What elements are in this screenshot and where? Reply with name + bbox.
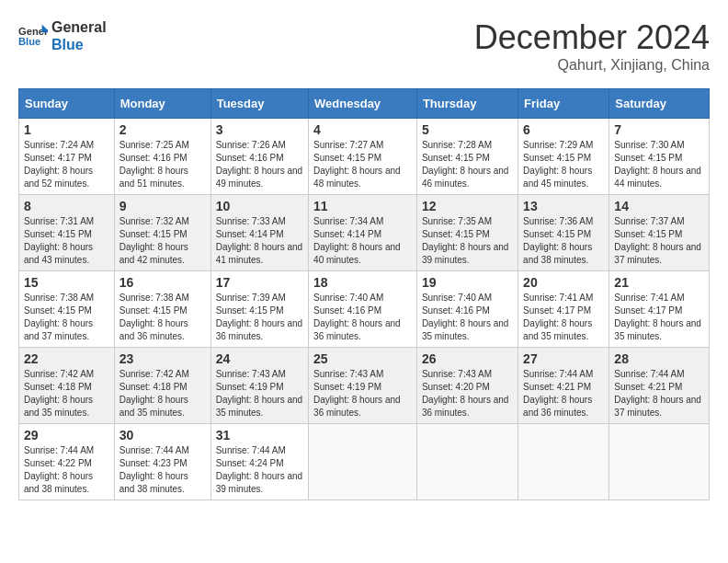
day-cell: 21 Sunrise: 7:41 AM Sunset: 4:17 PM Dayl… xyxy=(609,271,710,348)
day-cell xyxy=(518,424,609,500)
day-number: 24 xyxy=(216,351,303,366)
header-friday: Friday xyxy=(518,89,609,119)
day-cell: 9 Sunrise: 7:32 AM Sunset: 4:15 PM Dayli… xyxy=(114,195,210,271)
day-cell xyxy=(416,424,518,500)
day-number: 26 xyxy=(422,351,513,366)
day-cell: 3 Sunrise: 7:26 AM Sunset: 4:16 PM Dayli… xyxy=(210,119,308,195)
week-row-4: 22 Sunrise: 7:42 AM Sunset: 4:18 PM Dayl… xyxy=(19,348,710,424)
day-cell: 22 Sunrise: 7:42 AM Sunset: 4:18 PM Dayl… xyxy=(19,348,115,424)
day-info: Sunrise: 7:44 AM Sunset: 4:21 PM Dayligh… xyxy=(614,368,704,419)
day-info: Sunrise: 7:44 AM Sunset: 4:24 PM Dayligh… xyxy=(216,444,303,496)
day-cell xyxy=(309,424,417,500)
day-cell: 14 Sunrise: 7:37 AM Sunset: 4:15 PM Dayl… xyxy=(609,195,710,271)
day-number: 4 xyxy=(313,122,412,137)
day-number: 28 xyxy=(614,351,704,366)
logo: General Blue General Blue xyxy=(18,18,107,53)
location: Qahurt, Xinjiang, China xyxy=(474,57,710,74)
day-info: Sunrise: 7:41 AM Sunset: 4:17 PM Dayligh… xyxy=(614,292,704,343)
day-number: 31 xyxy=(216,428,303,442)
day-info: Sunrise: 7:43 AM Sunset: 4:19 PM Dayligh… xyxy=(313,368,412,419)
day-cell: 12 Sunrise: 7:35 AM Sunset: 4:15 PM Dayl… xyxy=(416,195,518,271)
page-header: General Blue General Blue December 2024 … xyxy=(18,18,710,74)
day-info: Sunrise: 7:24 AM Sunset: 4:17 PM Dayligh… xyxy=(24,139,109,190)
day-cell: 29 Sunrise: 7:44 AM Sunset: 4:22 PM Dayl… xyxy=(19,424,115,500)
day-info: Sunrise: 7:25 AM Sunset: 4:16 PM Dayligh… xyxy=(119,139,206,190)
day-cell: 8 Sunrise: 7:31 AM Sunset: 4:15 PM Dayli… xyxy=(19,195,115,271)
day-cell: 24 Sunrise: 7:43 AM Sunset: 4:19 PM Dayl… xyxy=(210,348,308,424)
day-number: 19 xyxy=(422,275,513,290)
day-cell: 30 Sunrise: 7:44 AM Sunset: 4:23 PM Dayl… xyxy=(114,424,210,500)
day-info: Sunrise: 7:35 AM Sunset: 4:15 PM Dayligh… xyxy=(422,215,513,267)
day-info: Sunrise: 7:38 AM Sunset: 4:15 PM Dayligh… xyxy=(119,292,206,343)
day-cell: 19 Sunrise: 7:40 AM Sunset: 4:16 PM Dayl… xyxy=(416,271,518,348)
day-info: Sunrise: 7:32 AM Sunset: 4:15 PM Dayligh… xyxy=(119,215,206,267)
day-number: 10 xyxy=(216,199,303,213)
day-number: 13 xyxy=(523,199,604,213)
day-number: 25 xyxy=(313,351,412,366)
day-info: Sunrise: 7:43 AM Sunset: 4:20 PM Dayligh… xyxy=(422,368,513,419)
day-number: 17 xyxy=(216,275,303,290)
day-info: Sunrise: 7:26 AM Sunset: 4:16 PM Dayligh… xyxy=(216,139,303,190)
day-info: Sunrise: 7:33 AM Sunset: 4:14 PM Dayligh… xyxy=(216,215,303,267)
day-number: 23 xyxy=(119,351,206,366)
day-number: 27 xyxy=(523,351,604,366)
day-info: Sunrise: 7:37 AM Sunset: 4:15 PM Dayligh… xyxy=(614,215,704,267)
day-info: Sunrise: 7:41 AM Sunset: 4:17 PM Dayligh… xyxy=(523,292,604,343)
day-cell: 1 Sunrise: 7:24 AM Sunset: 4:17 PM Dayli… xyxy=(19,119,115,195)
week-row-5: 29 Sunrise: 7:44 AM Sunset: 4:22 PM Dayl… xyxy=(19,424,710,500)
day-number: 5 xyxy=(422,122,513,137)
day-cell: 27 Sunrise: 7:44 AM Sunset: 4:21 PM Dayl… xyxy=(518,348,609,424)
svg-text:Blue: Blue xyxy=(18,36,40,47)
header-tuesday: Tuesday xyxy=(210,89,308,119)
day-cell: 11 Sunrise: 7:34 AM Sunset: 4:14 PM Dayl… xyxy=(309,195,417,271)
day-number: 2 xyxy=(119,122,206,137)
day-number: 21 xyxy=(614,275,704,290)
day-info: Sunrise: 7:31 AM Sunset: 4:15 PM Dayligh… xyxy=(24,215,109,267)
header-sunday: Sunday xyxy=(19,89,115,119)
day-cell: 28 Sunrise: 7:44 AM Sunset: 4:21 PM Dayl… xyxy=(609,348,710,424)
calendar-header-row: SundayMondayTuesdayWednesdayThursdayFrid… xyxy=(19,89,710,119)
day-info: Sunrise: 7:39 AM Sunset: 4:15 PM Dayligh… xyxy=(216,292,303,343)
day-cell: 4 Sunrise: 7:27 AM Sunset: 4:15 PM Dayli… xyxy=(309,119,417,195)
day-number: 1 xyxy=(24,122,109,137)
day-info: Sunrise: 7:34 AM Sunset: 4:14 PM Dayligh… xyxy=(313,215,412,267)
day-cell: 6 Sunrise: 7:29 AM Sunset: 4:15 PM Dayli… xyxy=(518,119,609,195)
month-title: December 2024 xyxy=(474,18,710,57)
day-info: Sunrise: 7:40 AM Sunset: 4:16 PM Dayligh… xyxy=(422,292,513,343)
day-cell: 5 Sunrise: 7:28 AM Sunset: 4:15 PM Dayli… xyxy=(416,119,518,195)
day-cell: 7 Sunrise: 7:30 AM Sunset: 4:15 PM Dayli… xyxy=(609,119,710,195)
day-number: 3 xyxy=(216,122,303,137)
day-info: Sunrise: 7:36 AM Sunset: 4:15 PM Dayligh… xyxy=(523,215,604,267)
day-info: Sunrise: 7:29 AM Sunset: 4:15 PM Dayligh… xyxy=(523,139,604,190)
calendar-table: SundayMondayTuesdayWednesdayThursdayFrid… xyxy=(18,88,710,500)
day-number: 20 xyxy=(523,275,604,290)
day-info: Sunrise: 7:30 AM Sunset: 4:15 PM Dayligh… xyxy=(614,139,704,190)
day-cell: 2 Sunrise: 7:25 AM Sunset: 4:16 PM Dayli… xyxy=(114,119,210,195)
day-cell: 25 Sunrise: 7:43 AM Sunset: 4:19 PM Dayl… xyxy=(309,348,417,424)
day-number: 29 xyxy=(24,428,109,442)
header-monday: Monday xyxy=(114,89,210,119)
day-cell: 17 Sunrise: 7:39 AM Sunset: 4:15 PM Dayl… xyxy=(210,271,308,348)
svg-rect-3 xyxy=(42,30,48,32)
day-number: 22 xyxy=(24,351,109,366)
day-info: Sunrise: 7:42 AM Sunset: 4:18 PM Dayligh… xyxy=(119,368,206,419)
day-cell: 15 Sunrise: 7:38 AM Sunset: 4:15 PM Dayl… xyxy=(19,271,115,348)
day-number: 18 xyxy=(313,275,412,290)
day-number: 16 xyxy=(119,275,206,290)
day-info: Sunrise: 7:42 AM Sunset: 4:18 PM Dayligh… xyxy=(24,368,109,419)
day-cell: 26 Sunrise: 7:43 AM Sunset: 4:20 PM Dayl… xyxy=(416,348,518,424)
title-block: December 2024 Qahurt, Xinjiang, China xyxy=(474,18,710,74)
day-number: 9 xyxy=(119,199,206,213)
header-thursday: Thursday xyxy=(416,89,518,119)
day-cell: 31 Sunrise: 7:44 AM Sunset: 4:24 PM Dayl… xyxy=(210,424,308,500)
day-cell: 16 Sunrise: 7:38 AM Sunset: 4:15 PM Dayl… xyxy=(114,271,210,348)
day-info: Sunrise: 7:43 AM Sunset: 4:19 PM Dayligh… xyxy=(216,368,303,419)
week-row-1: 1 Sunrise: 7:24 AM Sunset: 4:17 PM Dayli… xyxy=(19,119,710,195)
day-info: Sunrise: 7:27 AM Sunset: 4:15 PM Dayligh… xyxy=(313,139,412,190)
day-info: Sunrise: 7:40 AM Sunset: 4:16 PM Dayligh… xyxy=(313,292,412,343)
day-info: Sunrise: 7:44 AM Sunset: 4:22 PM Dayligh… xyxy=(24,444,109,496)
day-number: 12 xyxy=(422,199,513,213)
day-cell: 23 Sunrise: 7:42 AM Sunset: 4:18 PM Dayl… xyxy=(114,348,210,424)
day-cell: 20 Sunrise: 7:41 AM Sunset: 4:17 PM Dayl… xyxy=(518,271,609,348)
day-info: Sunrise: 7:44 AM Sunset: 4:23 PM Dayligh… xyxy=(119,444,206,496)
